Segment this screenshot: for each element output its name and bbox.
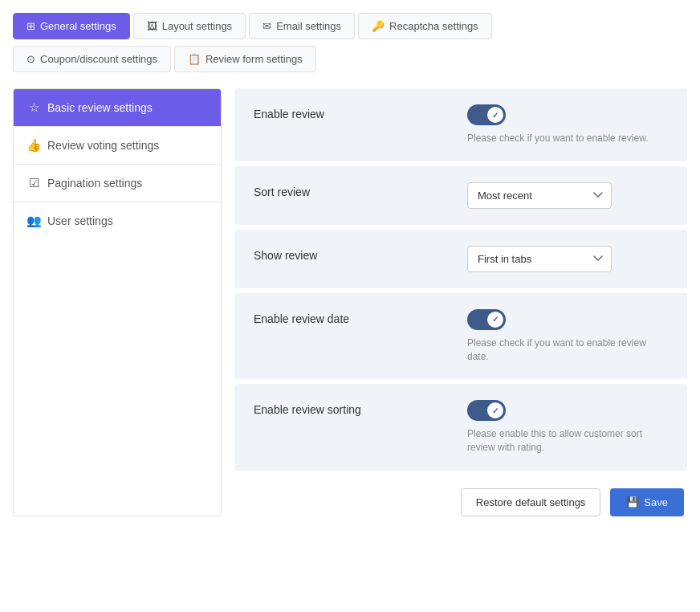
main-layout: ☆ Basic review settings 👍 Review voting … [13, 88, 687, 516]
enable-review-control: ✓ Please check if you want to enable rev… [467, 104, 668, 145]
sidebar: ☆ Basic review settings 👍 Review voting … [13, 88, 222, 516]
layout-icon: 🖼 [147, 20, 157, 32]
enable-review-sorting-thumb: ✓ [487, 402, 503, 418]
setting-enable-review-sorting: Enable review sorting ✓ Please enable th… [234, 384, 687, 471]
enable-review-date-label: Enable review date [254, 309, 454, 325]
sort-review-label: Sort review [254, 182, 454, 198]
show-review-control: First in tabs After content Before conte… [467, 246, 668, 272]
enable-review-toggle[interactable]: ✓ [467, 104, 506, 125]
tab-layout-label: Layout settings [162, 20, 232, 32]
general-icon: ⊞ [26, 20, 35, 32]
tab-layout[interactable]: 🖼 Layout settings [133, 13, 246, 39]
enable-review-sorting-hint: Please enable this to allow customer sor… [467, 427, 668, 455]
users-icon: 👥 [26, 214, 41, 228]
enable-review-sorting-control: ✓ Please enable this to allow customer s… [467, 400, 668, 455]
coupon-icon: ⊙ [26, 53, 35, 65]
reviewform-icon: 📋 [188, 53, 201, 65]
tab-coupon-label: Coupon/discount settings [40, 53, 157, 65]
enable-review-date-thumb: ✓ [487, 312, 503, 328]
app-container: ⊞ General settings 🖼 Layout settings ✉ E… [0, 0, 700, 612]
bottom-actions: Restore default settings 💾 Save [234, 488, 687, 516]
tab-general[interactable]: ⊞ General settings [13, 13, 130, 39]
sort-review-select[interactable]: Most recent Oldest Highest rated Lowest … [467, 182, 612, 209]
tab-email[interactable]: ✉ Email settings [249, 13, 355, 39]
sidebar-item-user[interactable]: 👥 User settings [14, 202, 221, 239]
top-nav-row2: ⊙ Coupon/discount settings 📋 Review form… [13, 46, 687, 72]
setting-enable-review-date: Enable review date ✓ Please check if you… [234, 293, 687, 380]
enable-review-sorting-label: Enable review sorting [254, 400, 454, 416]
thumbsup-icon: 👍 [26, 138, 41, 153]
recaptcha-icon: 🔑 [372, 20, 385, 32]
email-icon: ✉ [262, 20, 271, 32]
toggle-checkmark3: ✓ [492, 406, 499, 415]
setting-enable-review: Enable review ✓ Please check if you want… [234, 88, 687, 161]
save-label: Save [644, 496, 668, 508]
tab-general-label: General settings [40, 20, 116, 32]
sidebar-item-voting[interactable]: 👍 Review voting settings [14, 127, 221, 165]
restore-label: Restore default settings [476, 496, 586, 508]
sort-review-control: Most recent Oldest Highest rated Lowest … [467, 182, 668, 209]
tab-coupon[interactable]: ⊙ Coupon/discount settings [13, 46, 171, 72]
enable-review-date-track: ✓ [467, 309, 506, 330]
show-review-select[interactable]: First in tabs After content Before conte… [467, 246, 612, 272]
tab-email-label: Email settings [276, 20, 341, 32]
toggle-checkmark: ✓ [492, 111, 499, 120]
enable-review-date-hint: Please check if you want to enable revie… [467, 337, 668, 364]
setting-show-review: Show review First in tabs After content … [234, 230, 687, 288]
top-nav-row1: ⊞ General settings 🖼 Layout settings ✉ E… [13, 13, 687, 39]
enable-review-track: ✓ [467, 104, 506, 125]
enable-review-date-control: ✓ Please check if you want to enable rev… [467, 309, 668, 364]
tab-reviewform[interactable]: 📋 Review form settings [174, 46, 316, 72]
tab-recaptcha[interactable]: 🔑 Recaptcha settings [358, 13, 492, 39]
enable-review-sorting-toggle[interactable]: ✓ [467, 400, 506, 421]
sidebar-user-label: User settings [47, 214, 113, 227]
enable-review-thumb: ✓ [487, 107, 503, 123]
save-icon: 💾 [626, 496, 639, 508]
sidebar-basic-label: Basic review settings [47, 101, 153, 114]
sidebar-item-basic[interactable]: ☆ Basic review settings [14, 89, 221, 127]
checkbox-icon: ☑ [26, 176, 41, 190]
save-button[interactable]: 💾 Save [610, 488, 684, 516]
enable-review-date-toggle[interactable]: ✓ [467, 309, 506, 330]
restore-default-button[interactable]: Restore default settings [461, 488, 601, 516]
tab-recaptcha-label: Recaptcha settings [389, 20, 478, 32]
sidebar-voting-label: Review voting settings [47, 139, 159, 152]
tab-reviewform-label: Review form settings [206, 53, 303, 65]
star-icon: ☆ [26, 100, 41, 115]
setting-sort-review: Sort review Most recent Oldest Highest r… [234, 166, 687, 225]
sidebar-item-pagination[interactable]: ☑ Pagination settings [14, 165, 221, 202]
enable-review-hint: Please check if you want to enable revie… [467, 132, 648, 145]
enable-review-sorting-track: ✓ [467, 400, 506, 421]
enable-review-label: Enable review [254, 104, 454, 120]
content-area: Enable review ✓ Please check if you want… [234, 88, 687, 516]
show-review-label: Show review [254, 246, 454, 262]
sidebar-pagination-label: Pagination settings [47, 177, 142, 190]
toggle-checkmark2: ✓ [492, 315, 499, 324]
